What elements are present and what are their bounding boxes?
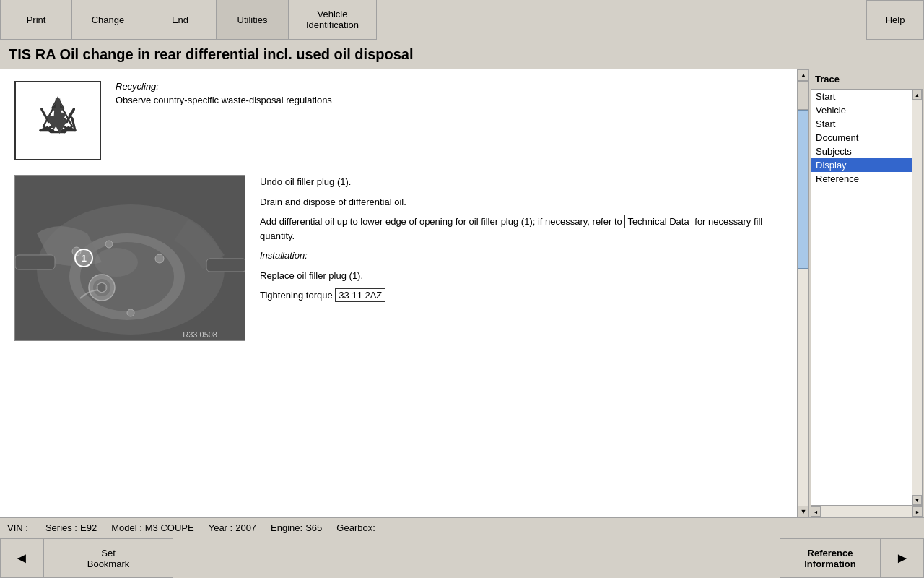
recycling-text-block: Recycling: Observe country-specific wast… [116,81,771,105]
ref-info-label: ReferenceInformation [804,548,856,569]
bottom-spacer [173,538,780,578]
photo-box: R33 0508 1 [14,175,245,341]
series-value: E92 [80,522,97,533]
trace-header: Trace [809,69,924,89]
trace-item-vehicle[interactable]: Vehicle [811,103,922,117]
torque-line: Tightening torque 33 11 2AZ [260,288,771,303]
help-button[interactable]: Help [866,0,924,40]
svg-rect-12 [15,255,55,269]
trace-item-display[interactable]: Display [811,158,922,172]
content-scroll: Recycling: Observe country-specific wast… [0,69,797,517]
tis-label: TIS [9,46,31,62]
print-button[interactable]: Print [0,0,72,40]
trace-item-document[interactable]: Document [811,131,922,144]
trace-item-start2[interactable]: Start [811,117,922,131]
main-area: Recycling: Observe country-specific wast… [0,69,924,517]
trace-item-start1[interactable]: Start [811,90,922,103]
right-panel: Trace Start Vehicle Start Document Subje… [808,69,924,517]
back-button[interactable]: ◄ [0,538,43,578]
scroll-track [798,81,808,506]
content-scrollbar: ▲ ▼ [797,69,808,517]
title-bar: TIS RA Oil change in rear differential i… [0,40,924,69]
instructions: Undo oil filler plug (1). Drain and disp… [260,175,771,309]
svg-point-11 [105,241,113,248]
installation-label: Installation: [260,250,308,261]
engine-item: Engine: S65 [271,522,322,533]
technical-data-link[interactable]: Technical Data [624,215,692,228]
year-value: 2007 [235,522,256,533]
gearbox-label: Gearbox: [336,522,375,533]
vin-item: VIN : [7,522,31,533]
vin-label: VIN : [7,522,28,533]
recycle-icon-box [14,81,101,160]
toolbar-spacer [377,0,866,40]
trace-scroll-left[interactable]: ◄ [811,506,821,517]
trace-vscroll: ▲ ▼ [912,90,922,505]
change-button[interactable]: Change [72,0,144,40]
step3-pre: Add differential oil up to lower edge of… [260,216,622,227]
forward-button[interactable]: ► [881,538,924,578]
circle-1-label: 1 [74,249,93,267]
scroll-thumb-top[interactable] [798,81,808,110]
scroll-up-arrow[interactable]: ▲ [798,69,808,81]
bookmark-label: SetBookmark [87,548,130,569]
photo-caption-text: R33 0508 [183,330,217,339]
svg-point-10 [127,309,134,316]
year-item: Year : 2007 [209,522,256,533]
svg-point-14 [95,248,138,277]
series-label: Series : [45,522,77,533]
bookmark-button[interactable]: SetBookmark [43,538,173,578]
engine-label: Engine: [271,522,302,533]
step1-text: Undo oil filler plug (1). [260,175,771,189]
trace-hscroll-track [821,506,912,517]
status-bar: VIN : Series : E92 Model : M3 COUPE Year… [0,517,924,538]
scroll-down-arrow[interactable]: ▼ [798,506,808,517]
trace-item-reference[interactable]: Reference [811,172,922,186]
svg-point-9 [155,254,164,263]
recycle-icon [29,92,87,150]
torque-link[interactable]: 33 11 2AZ [335,288,385,302]
model-item: Model : M3 COUPE [111,522,194,533]
torque-pre: Tightening torque [260,290,333,301]
model-value: M3 COUPE [145,522,194,533]
page-title: RA Oil change in rear differential incl.… [35,46,414,62]
scroll-thumb[interactable] [798,110,808,269]
trace-scroll-down[interactable]: ▼ [912,495,922,505]
step3-text: Add differential oil up to lower edge of… [260,215,771,243]
bottom-bar: ◄ SetBookmark ReferenceInformation ► [0,538,924,578]
trace-scroll-up[interactable]: ▲ [912,90,922,100]
recycling-text: Observe country-specific waste-disposal … [116,95,771,105]
engine-value: S65 [305,522,322,533]
svg-rect-13 [206,259,245,272]
install-step1: Replace oil filler plug (1). [260,269,771,283]
trace-scroll-track [912,100,922,495]
year-label: Year : [209,522,233,533]
end-button[interactable]: End [144,0,217,40]
vehicle-id-button[interactable]: Vehicle Identification [289,0,377,40]
reference-info-button[interactable]: ReferenceInformation [780,538,881,578]
recycling-label: Recycling: [116,81,771,92]
series-item: Series : E92 [45,522,97,533]
section-bottom: R33 0508 1 Undo oil filler plug (1). Dra… [14,175,771,341]
step2-text: Drain and dispose of differential oil. [260,195,771,210]
utilities-button[interactable]: Utilities [217,0,289,40]
trace-hscroll: ◄ ► [811,506,923,517]
trace-item-subjects[interactable]: Subjects [811,144,922,158]
gearbox-item: Gearbox: [336,522,375,533]
content-panel: Recycling: Observe country-specific wast… [0,69,808,517]
differential-illustration: R33 0508 [15,176,245,341]
trace-list: Start Vehicle Start Document Subjects Di… [811,89,923,506]
section-top: Recycling: Observe country-specific wast… [14,81,771,160]
content-inner: Recycling: Observe country-specific wast… [14,81,771,341]
trace-scroll-right[interactable]: ► [912,506,923,517]
model-label: Model : [111,522,142,533]
toolbar: Print Change End Utilities Vehicle Ident… [0,0,924,40]
